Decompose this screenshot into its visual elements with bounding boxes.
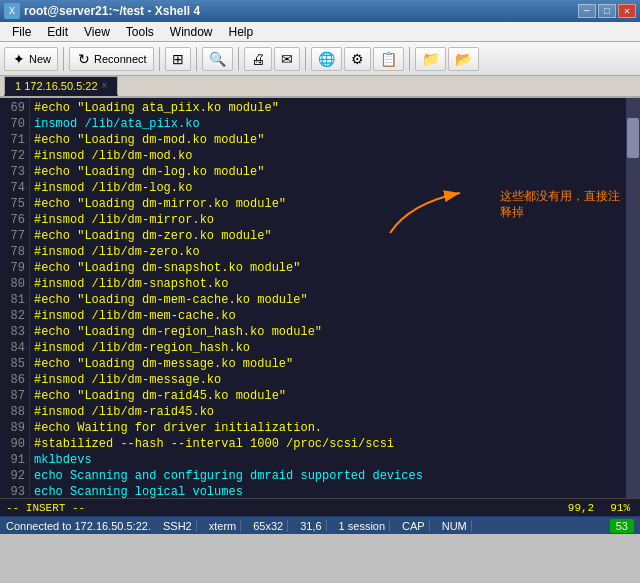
- scrollbar-vertical[interactable]: [626, 98, 640, 498]
- toolbar-separator-1: [63, 47, 64, 71]
- new-icon: ✦: [11, 51, 27, 67]
- tb-icon-11[interactable]: 📂: [448, 47, 479, 71]
- tb-icon-5[interactable]: 🖨: [244, 47, 272, 71]
- menu-window[interactable]: Window: [162, 23, 221, 41]
- code-line: #echo "Loading dm-snapshot.ko module": [34, 260, 622, 276]
- maximize-button[interactable]: □: [598, 4, 616, 18]
- toolbar: ✦ New ↻ Reconnect ⊞ 🔍 🖨 ✉ 🌐 ⚙ 📋 📁 📂: [0, 42, 640, 76]
- menu-help[interactable]: Help: [221, 23, 262, 41]
- code-line: echo Scanning and configuring dmraid sup…: [34, 468, 622, 484]
- tab-bar: 1 172.16.50.5:22 ×: [0, 76, 640, 98]
- tab-main[interactable]: 1 172.16.50.5:22 ×: [4, 76, 118, 96]
- session-indicator[interactable]: 53: [610, 519, 634, 533]
- code-line: mklbdevs: [34, 452, 622, 468]
- code-line: #echo "Loading dm-log.ko module": [34, 164, 622, 180]
- terminal-container[interactable]: 6970717273747576777879808182838485868788…: [0, 98, 640, 498]
- code-line: #echo "Loading dm-mirror.ko module": [34, 196, 622, 212]
- tb-icon-6[interactable]: ✉: [274, 47, 300, 71]
- code-line: #insmod /lib/dm-mirror.ko: [34, 212, 622, 228]
- tb-icon-8[interactable]: ⚙: [344, 47, 371, 71]
- line-number: 92: [4, 468, 25, 484]
- connection-info: Connected to 172.16.50.5:22.: [6, 520, 151, 532]
- line-number: 78: [4, 244, 25, 260]
- code-line: #insmod /lib/dm-mem-cache.ko: [34, 308, 622, 324]
- vim-status-bar: -- INSERT -- 99,2 91%: [0, 498, 640, 516]
- code-line: #insmod /lib/dm-region_hash.ko: [34, 340, 622, 356]
- terminal-area: 6970717273747576777879808182838485868788…: [0, 98, 640, 516]
- code-line: #echo "Loading dm-mod.ko module": [34, 132, 622, 148]
- line-number: 84: [4, 340, 25, 356]
- code-line: #stabilized --hash --interval 1000 /proc…: [34, 436, 622, 452]
- line-number: 79: [4, 260, 25, 276]
- term-type: xterm: [205, 520, 242, 532]
- menu-tools[interactable]: Tools: [118, 23, 162, 41]
- menu-bar: File Edit View Tools Window Help: [0, 22, 640, 42]
- code-line: #echo Waiting for driver initialization.: [34, 420, 622, 436]
- protocol-info: SSH2: [159, 520, 197, 532]
- insert-mode-indicator: -- INSERT --: [6, 502, 85, 514]
- session-count: 1 session: [335, 520, 390, 532]
- minimize-button[interactable]: ─: [578, 4, 596, 18]
- menu-edit[interactable]: Edit: [39, 23, 76, 41]
- line-number: 71: [4, 132, 25, 148]
- toolbar-separator-4: [238, 47, 239, 71]
- code-line: #insmod /lib/dm-raid45.ko: [34, 404, 622, 420]
- line-number: 80: [4, 276, 25, 292]
- num-indicator: NUM: [438, 520, 472, 532]
- code-line: #echo "Loading dm-region_hash.ko module": [34, 324, 622, 340]
- tb-icon-9[interactable]: 📋: [373, 47, 404, 71]
- line-number: 87: [4, 388, 25, 404]
- tb-icon-3[interactable]: ⊞: [165, 47, 191, 71]
- line-number: 75: [4, 196, 25, 212]
- cursor-position: 99,2: [568, 502, 594, 514]
- line-number: 74: [4, 180, 25, 196]
- line-number: 70: [4, 116, 25, 132]
- toolbar-separator-3: [196, 47, 197, 71]
- reconnect-button[interactable]: ↻ Reconnect: [69, 47, 154, 71]
- line-numbers: 6970717273747576777879808182838485868788…: [0, 98, 30, 498]
- title-bar: X root@server21:~/test - Xshell 4 ─ □ ✕: [0, 0, 640, 22]
- char-position: 31,6: [296, 520, 326, 532]
- app-icon: X: [4, 3, 20, 19]
- line-number: 86: [4, 372, 25, 388]
- line-number: 93: [4, 484, 25, 498]
- menu-view[interactable]: View: [76, 23, 118, 41]
- line-number: 91: [4, 452, 25, 468]
- tb-icon-10[interactable]: 📁: [415, 47, 446, 71]
- toolbar-separator-6: [409, 47, 410, 71]
- code-line: insmod /lib/ata_piix.ko: [34, 116, 622, 132]
- code-line: #echo "Loading dm-raid45.ko module": [34, 388, 622, 404]
- line-number: 73: [4, 164, 25, 180]
- code-line: #insmod /lib/dm-snapshot.ko: [34, 276, 622, 292]
- terminal-content[interactable]: #echo "Loading ata_piix.ko module"insmod…: [30, 98, 626, 498]
- close-button[interactable]: ✕: [618, 4, 636, 18]
- terminal-size: 65x32: [249, 520, 288, 532]
- tb-icon-4[interactable]: 🔍: [202, 47, 233, 71]
- code-line: #echo "Loading ata_piix.ko module": [34, 100, 622, 116]
- code-line: #insmod /lib/dm-log.ko: [34, 180, 622, 196]
- menu-file[interactable]: File: [4, 23, 39, 41]
- line-number: 82: [4, 308, 25, 324]
- tab-label: 1 172.16.50.5:22: [15, 80, 98, 92]
- window-title: root@server21:~/test - Xshell 4: [24, 4, 200, 18]
- tb-icon-7[interactable]: 🌐: [311, 47, 342, 71]
- code-line: #echo "Loading dm-message.ko module": [34, 356, 622, 372]
- line-number: 88: [4, 404, 25, 420]
- code-line: #insmod /lib/dm-message.ko: [34, 372, 622, 388]
- connection-status-bar: Connected to 172.16.50.5:22. SSH2 xterm …: [0, 516, 640, 534]
- toolbar-separator-5: [305, 47, 306, 71]
- line-number: 69: [4, 100, 25, 116]
- code-line: #insmod /lib/dm-mod.ko: [34, 148, 622, 164]
- reconnect-icon: ↻: [76, 51, 92, 67]
- line-number: 90: [4, 436, 25, 452]
- line-number: 85: [4, 356, 25, 372]
- code-line: #echo "Loading dm-mem-cache.ko module": [34, 292, 622, 308]
- line-number: 83: [4, 324, 25, 340]
- new-button[interactable]: ✦ New: [4, 47, 58, 71]
- scrollbar-thumb[interactable]: [627, 118, 639, 158]
- tab-close-button[interactable]: ×: [102, 80, 108, 91]
- code-line: echo Scanning logical volumes: [34, 484, 622, 498]
- line-number: 77: [4, 228, 25, 244]
- line-number: 89: [4, 420, 25, 436]
- toolbar-separator-2: [159, 47, 160, 71]
